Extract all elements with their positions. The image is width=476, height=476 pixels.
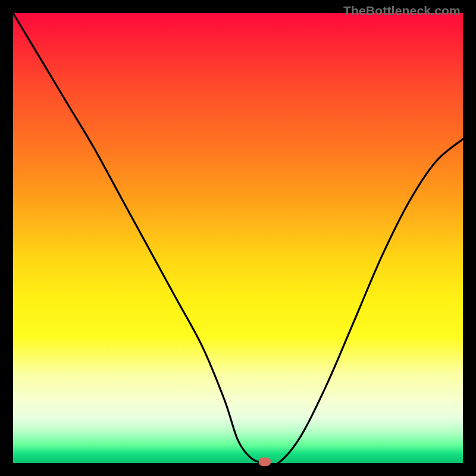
curve-path	[13, 13, 463, 465]
plot-area	[13, 13, 463, 463]
chart-frame: TheBottleneck.com	[0, 0, 476, 476]
bottleneck-curve	[13, 13, 463, 463]
watermark-text: TheBottleneck.com	[343, 4, 461, 18]
optimal-point-marker	[259, 458, 271, 466]
